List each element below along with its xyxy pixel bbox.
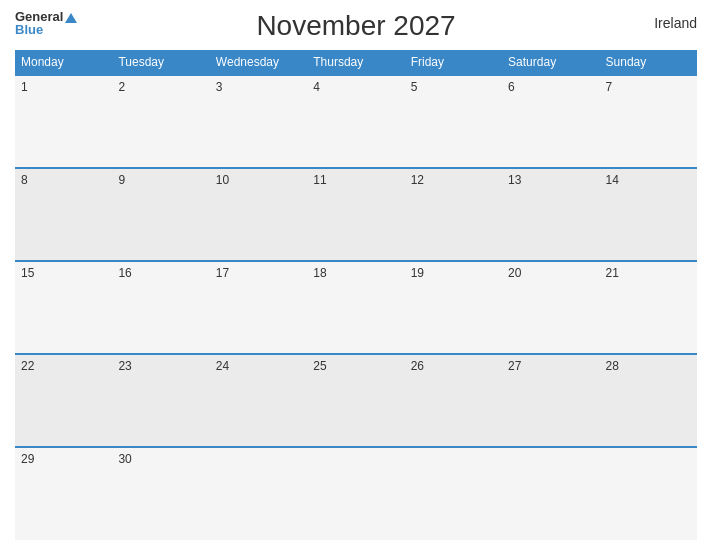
day-number: 29 xyxy=(21,452,34,466)
calendar-day-cell xyxy=(210,447,307,540)
day-number: 24 xyxy=(216,359,229,373)
calendar-day-cell: 27 xyxy=(502,354,599,447)
calendar-day-cell: 7 xyxy=(600,75,697,168)
calendar-day-cell: 28 xyxy=(600,354,697,447)
logo-triangle-icon xyxy=(65,13,77,23)
calendar-day-cell: 14 xyxy=(600,168,697,261)
day-number: 2 xyxy=(118,80,125,94)
day-number: 25 xyxy=(313,359,326,373)
day-number: 5 xyxy=(411,80,418,94)
calendar-body: 1234567891011121314151617181920212223242… xyxy=(15,75,697,540)
calendar-day-cell: 6 xyxy=(502,75,599,168)
col-thursday: Thursday xyxy=(307,50,404,75)
calendar-day-cell: 10 xyxy=(210,168,307,261)
calendar-week-row: 15161718192021 xyxy=(15,261,697,354)
calendar-day-cell: 9 xyxy=(112,168,209,261)
calendar-header: General Blue November 2027 Ireland xyxy=(15,10,697,42)
day-number: 20 xyxy=(508,266,521,280)
day-number: 7 xyxy=(606,80,613,94)
calendar-day-cell: 5 xyxy=(405,75,502,168)
day-number: 4 xyxy=(313,80,320,94)
logo-blue-text: Blue xyxy=(15,23,77,36)
calendar-day-cell: 12 xyxy=(405,168,502,261)
col-sunday: Sunday xyxy=(600,50,697,75)
calendar-day-cell xyxy=(405,447,502,540)
day-number: 10 xyxy=(216,173,229,187)
calendar-day-cell: 24 xyxy=(210,354,307,447)
calendar-day-cell xyxy=(307,447,404,540)
calendar-week-row: 2930 xyxy=(15,447,697,540)
weekday-header-row: Monday Tuesday Wednesday Thursday Friday… xyxy=(15,50,697,75)
calendar-day-cell: 3 xyxy=(210,75,307,168)
day-number: 23 xyxy=(118,359,131,373)
day-number: 14 xyxy=(606,173,619,187)
day-number: 28 xyxy=(606,359,619,373)
day-number: 6 xyxy=(508,80,515,94)
col-friday: Friday xyxy=(405,50,502,75)
day-number: 9 xyxy=(118,173,125,187)
calendar-day-cell: 29 xyxy=(15,447,112,540)
day-number: 11 xyxy=(313,173,326,187)
day-number: 21 xyxy=(606,266,619,280)
calendar-day-cell: 23 xyxy=(112,354,209,447)
calendar-day-cell: 19 xyxy=(405,261,502,354)
calendar-day-cell: 8 xyxy=(15,168,112,261)
day-number: 1 xyxy=(21,80,28,94)
calendar-day-cell: 4 xyxy=(307,75,404,168)
calendar-day-cell: 16 xyxy=(112,261,209,354)
col-monday: Monday xyxy=(15,50,112,75)
col-saturday: Saturday xyxy=(502,50,599,75)
calendar-day-cell: 21 xyxy=(600,261,697,354)
country-label: Ireland xyxy=(654,15,697,31)
calendar-week-row: 891011121314 xyxy=(15,168,697,261)
day-number: 8 xyxy=(21,173,28,187)
day-number: 16 xyxy=(118,266,131,280)
calendar-week-row: 1234567 xyxy=(15,75,697,168)
calendar-header-row: Monday Tuesday Wednesday Thursday Friday… xyxy=(15,50,697,75)
col-tuesday: Tuesday xyxy=(112,50,209,75)
col-wednesday: Wednesday xyxy=(210,50,307,75)
day-number: 22 xyxy=(21,359,34,373)
day-number: 27 xyxy=(508,359,521,373)
calendar-day-cell: 15 xyxy=(15,261,112,354)
calendar-day-cell xyxy=(600,447,697,540)
calendar-day-cell: 2 xyxy=(112,75,209,168)
calendar-day-cell: 25 xyxy=(307,354,404,447)
logo: General Blue xyxy=(15,10,77,36)
calendar-day-cell: 20 xyxy=(502,261,599,354)
calendar-day-cell: 13 xyxy=(502,168,599,261)
calendar-day-cell: 18 xyxy=(307,261,404,354)
day-number: 17 xyxy=(216,266,229,280)
calendar-day-cell: 22 xyxy=(15,354,112,447)
day-number: 18 xyxy=(313,266,326,280)
day-number: 12 xyxy=(411,173,424,187)
month-title: November 2027 xyxy=(256,10,455,42)
calendar-table: Monday Tuesday Wednesday Thursday Friday… xyxy=(15,50,697,540)
day-number: 15 xyxy=(21,266,34,280)
calendar-day-cell: 30 xyxy=(112,447,209,540)
calendar-day-cell xyxy=(502,447,599,540)
calendar-day-cell: 11 xyxy=(307,168,404,261)
day-number: 19 xyxy=(411,266,424,280)
day-number: 26 xyxy=(411,359,424,373)
calendar-day-cell: 26 xyxy=(405,354,502,447)
day-number: 13 xyxy=(508,173,521,187)
day-number: 3 xyxy=(216,80,223,94)
calendar-day-cell: 1 xyxy=(15,75,112,168)
day-number: 30 xyxy=(118,452,131,466)
calendar-week-row: 22232425262728 xyxy=(15,354,697,447)
calendar-day-cell: 17 xyxy=(210,261,307,354)
